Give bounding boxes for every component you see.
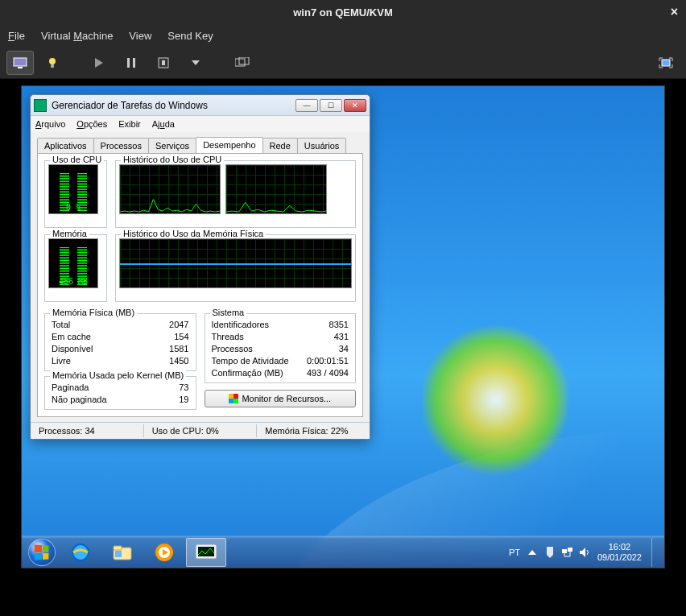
tab-usuarios[interactable]: Usuários [297,138,346,154]
vm-title: win7 on QEMU/KVM [293,6,393,19]
close-button[interactable]: ✕ [344,99,366,112]
tm-menu-arquivo[interactable]: Arquivo [35,119,65,129]
status-processos: Processos: 34 [31,424,144,437]
task-manager-window: Gerenciador de Tarefas do Windows — ☐ ✕ … [30,94,370,440]
cpu-history-graph-0 [119,164,221,214]
vm-titlebar: win7 on QEMU/KVM × [0,0,686,24]
sys-ident-label: Identificadores [212,319,270,331]
svg-rect-1 [18,67,23,68]
vm-toolbar [0,47,686,79]
tray-action-center-icon[interactable] [544,547,556,558]
mem-fisica-label: Memória Física (MB) [50,308,137,317]
vm-menu-file[interactable]: File [8,30,25,42]
sys-commit-label: Confirmação (MB) [212,367,283,379]
task-manager-titlebar[interactable]: Gerenciador de Tarefas do Windows — ☐ ✕ [31,95,370,116]
memf-disp-label: Disponível [52,343,93,355]
memf-livre-val: 1450 [169,355,188,367]
pause-button[interactable] [118,51,145,75]
vm-menu-send-key[interactable]: Send Key [167,30,213,42]
shutdown-button[interactable] [150,51,177,75]
svg-rect-3 [51,64,54,68]
tm-menu-ajuda[interactable]: Ajuda [152,119,175,129]
pause-icon [126,57,136,68]
taskbar-task-manager[interactable] [186,538,226,567]
uac-shield-icon [229,394,238,403]
vm-close-icon[interactable]: × [671,5,678,19]
task-manager-taskbar-icon [194,543,218,562]
tab-aplicativos[interactable]: Aplicativos [37,138,94,154]
tray-time: 16:02 [597,542,642,552]
mem-fisica-box: Memória Física (MB) Total2047 Em cache15… [44,313,196,371]
tab-desempenho[interactable]: Desempenho [196,137,262,153]
cpu-gauge-box: Uso de CPU 0 % [44,160,107,228]
vm-menu-view[interactable]: View [129,30,151,42]
show-desktop-button[interactable] [651,538,658,567]
task-manager-icon [34,99,47,112]
taskbar-ie[interactable] [60,538,101,567]
tab-servicos[interactable]: Serviços [148,138,196,154]
minimize-button[interactable]: — [295,99,318,112]
svg-rect-15 [114,546,122,550]
mem-kernel-box: Memória Usada pelo Kernel (MB) Paginada7… [44,376,196,410]
sys-threads-val: 431 [334,331,349,343]
monitor-icon [13,57,27,68]
memf-total-val: 2047 [169,319,188,331]
memf-total-label: Total [52,319,70,331]
monitor-de-recursos-button[interactable]: Monitor de Recursos... [205,390,357,407]
svg-marker-25 [580,548,585,557]
svg-rect-16 [115,551,122,557]
tray-network-icon[interactable] [562,547,573,558]
cpu-history-graph-1 [225,164,327,214]
mem-trace-line [120,263,351,265]
svg-rect-10 [235,59,245,66]
details-view-button[interactable] [39,51,66,75]
tab-rede[interactable]: Rede [262,138,298,154]
svg-marker-4 [95,58,103,68]
tm-menu-exibir[interactable]: Exibir [118,119,141,129]
sys-uptime-val: 0:00:01:51 [307,355,349,367]
taskbar-media-player[interactable] [144,538,184,567]
svg-rect-12 [662,60,670,66]
fullscreen-icon [659,57,673,68]
memf-cache-val: 154 [174,331,188,343]
svg-rect-24 [568,548,572,552]
tab-body-desempenho: Uso de CPU 0 % Histórico do Uso de CPU [37,153,363,417]
sys-proc-val: 34 [339,343,349,355]
memk-npag-val: 19 [179,394,188,406]
tm-menu-opcoes[interactable]: Opções [76,119,107,129]
vm-menu-virtual-machine[interactable]: Virtual Machine [41,30,113,42]
tab-processos[interactable]: Processos [93,138,149,154]
stop-icon [158,57,169,68]
fullscreen-button[interactable] [652,51,680,75]
tray-clock[interactable]: 16:02 09/01/2022 [597,542,642,563]
mem-history-graph [119,238,352,288]
tray-language[interactable]: PT [509,548,520,557]
tray-volume-icon[interactable] [580,547,591,558]
guest-display[interactable]: Gerenciador de Tarefas do Windows — ☐ ✕ … [21,85,665,568]
monitor-de-recursos-label: Monitor de Recursos... [242,394,331,403]
mem-history-label: Histórico do Uso da Memória Física [121,229,266,238]
tray-show-hidden-icon[interactable] [527,547,538,558]
svg-rect-23 [562,549,567,553]
start-button[interactable] [25,538,59,567]
status-mem: Memória Física: 22% [257,424,370,437]
start-orb-icon [28,539,56,566]
cpu0-trace-icon [120,165,220,213]
maximize-button[interactable]: ☐ [320,99,342,112]
task-manager-tabs: Aplicativos Processos Serviços Desempenh… [31,132,370,153]
status-cpu: Uso de CPU: 0% [144,424,258,437]
sys-proc-label: Processos [212,343,253,355]
sys-uptime-label: Tempo de Atividade [212,355,289,367]
lightbulb-icon [47,57,58,68]
svg-marker-9 [192,60,200,65]
taskbar: PT 16:02 09/01/2022 [22,535,664,568]
shutdown-dropdown[interactable] [182,51,209,75]
snapshots-button[interactable] [229,51,256,75]
cpu-gauge-label: Uso de CPU [50,155,104,164]
console-view-button[interactable] [6,51,34,75]
sistema-label: Sistema [210,308,247,317]
run-button[interactable] [85,51,113,75]
cpu-gauge-graph: 0 % [48,164,98,214]
sys-commit-val: 493 / 4094 [307,367,349,379]
taskbar-explorer[interactable] [102,538,143,567]
